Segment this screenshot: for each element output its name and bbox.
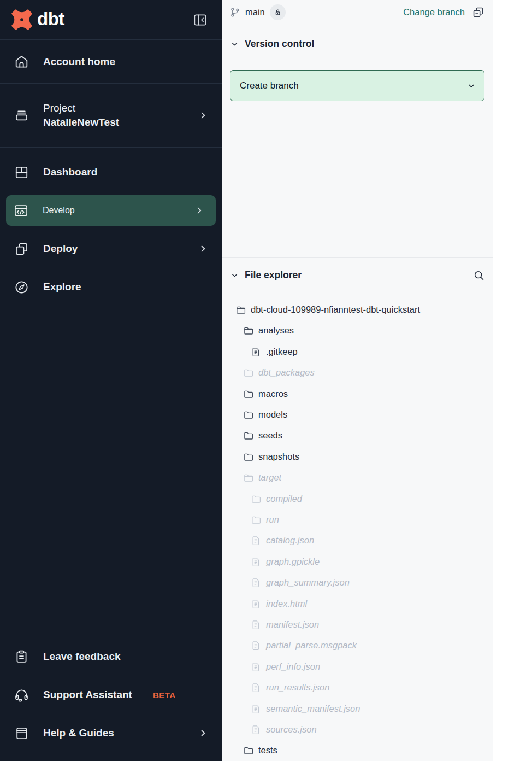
- tree-item-label: tests: [258, 745, 277, 756]
- tree-item-graph.gpickle[interactable]: graph.gpickle: [230, 551, 484, 572]
- headset-icon: [13, 687, 29, 703]
- tree-item-seeds[interactable]: seeds: [230, 425, 484, 446]
- section-title: Version control: [245, 38, 314, 50]
- tree-item-label: target: [258, 472, 281, 483]
- sidebar-item-explore[interactable]: Explore: [0, 268, 222, 306]
- deploy-squares-icon: [13, 241, 29, 257]
- collapse-sidebar-icon[interactable]: [193, 13, 208, 27]
- tree-item-dbt_packages[interactable]: dbt_packages: [230, 362, 484, 383]
- tree-item-tests[interactable]: tests: [230, 740, 484, 761]
- tree-item-label: dbt_packages: [258, 367, 315, 378]
- tree-item-label: compiled: [266, 494, 302, 504]
- tree-item-run[interactable]: run: [230, 509, 484, 530]
- chevron-down-icon[interactable]: [230, 271, 239, 280]
- tree-item-target[interactable]: target: [230, 467, 484, 488]
- tree-item-models[interactable]: models: [230, 404, 484, 425]
- chevron-down-icon[interactable]: [230, 39, 239, 49]
- sidebar-item-support-assistant[interactable]: Support Assistant BETA: [0, 676, 222, 714]
- tree-item-compiled[interactable]: compiled: [230, 488, 484, 509]
- tree-item-label: snapshots: [258, 452, 299, 462]
- tree-item-label: macros: [258, 389, 288, 399]
- file-icon: [251, 662, 261, 672]
- search-icon[interactable]: [473, 270, 484, 281]
- develop-code-window-icon: [13, 203, 29, 219]
- version-control-section: Version control Create branch: [222, 25, 493, 258]
- tree-item-label: semantic_manifest.json: [266, 704, 360, 714]
- sidebar-item-develop[interactable]: Develop: [6, 195, 216, 226]
- sidebar-item-label: Deploy: [43, 243, 78, 255]
- tree-item-graph_summary.json[interactable]: graph_summary.json: [230, 572, 484, 593]
- file-icon: [251, 724, 261, 735]
- current-branch-name: main: [245, 7, 265, 17]
- tree-item-partial_parse.msgpack[interactable]: partial_parse.msgpack: [230, 635, 484, 656]
- sidebar-item-dashboard[interactable]: Dashboard: [0, 153, 222, 191]
- file-icon: [251, 557, 261, 567]
- chevron-down-icon: [466, 81, 476, 91]
- tree-item-run_results.json[interactable]: run_results.json: [230, 677, 484, 698]
- folder-icon: [243, 452, 253, 462]
- folder-open-icon: [243, 325, 253, 336]
- sidebar-item-label: Account home: [43, 56, 115, 68]
- tree-item-perf_info.json[interactable]: perf_info.json: [230, 656, 484, 677]
- dbt-logo[interactable]: dbt: [11, 9, 64, 30]
- project-label: Project: [43, 102, 119, 115]
- tree-item-analyses[interactable]: analyses: [230, 320, 484, 341]
- folder-open-icon: [243, 472, 253, 483]
- tree-item-label: manifest.json: [266, 619, 319, 630]
- tree-item-label: catalog.json: [266, 535, 314, 546]
- chevron-right-icon: [198, 110, 209, 121]
- sidebar-item-label: Explore: [43, 281, 81, 293]
- topbar-actions: Change branch: [403, 6, 484, 19]
- file-icon: [251, 599, 261, 609]
- chevron-right-icon: [194, 205, 205, 216]
- create-branch-dropdown[interactable]: [458, 71, 484, 101]
- sidebar-item-account-home[interactable]: Account home: [0, 40, 222, 84]
- tree-item-label: index.html: [266, 599, 307, 609]
- home-icon: [13, 54, 29, 69]
- project-label-group: Project NatalieNewTest: [43, 102, 119, 129]
- folder-icon: [243, 389, 253, 399]
- file-explorer-header: File explorer: [230, 258, 484, 281]
- section-title: File explorer: [245, 270, 302, 281]
- feedback-clipboard-icon: [13, 649, 29, 665]
- file-icon: [251, 347, 261, 357]
- develop-side-panel: main Change branch Version control: [222, 0, 493, 761]
- change-branch-link[interactable]: Change branch: [403, 7, 465, 17]
- folder-icon: [243, 409, 253, 420]
- tree-item-semantic_manifest.json[interactable]: semantic_manifest.json: [230, 698, 484, 719]
- file-tree: dbt-cloud-109989-nfianntest-dbt-quicksta…: [230, 299, 484, 761]
- file-icon: [251, 704, 261, 714]
- copy-icon[interactable]: [472, 6, 484, 19]
- sidebar-item-deploy[interactable]: Deploy: [0, 230, 222, 268]
- logo-text: dbt: [37, 10, 64, 30]
- project-name: NatalieNewTest: [43, 116, 119, 129]
- tree-item-catalog.json[interactable]: catalog.json: [230, 530, 484, 551]
- sidebar-logo-bar: dbt: [0, 0, 222, 40]
- create-branch-button[interactable]: Create branch: [230, 71, 458, 101]
- sidebar-item-help-guides[interactable]: Help & Guides: [0, 714, 222, 752]
- tree-item-label: .gitkeep: [266, 347, 298, 357]
- sidebar-item-leave-feedback[interactable]: Leave feedback: [0, 637, 222, 676]
- tree-item-macros[interactable]: macros: [230, 383, 484, 404]
- sidebar-item-label: Support Assistant: [43, 689, 132, 701]
- folder-icon: [243, 367, 253, 378]
- sidebar-item-label: Help & Guides: [43, 727, 114, 739]
- file-icon: [251, 640, 261, 651]
- tree-item-index.html[interactable]: index.html: [230, 593, 484, 614]
- sidebar-item-label: Develop: [43, 206, 75, 215]
- tree-item-sources.json[interactable]: sources.json: [230, 719, 484, 740]
- tree-item-label: run: [266, 514, 279, 525]
- tree-item-dbt-cloud-109989-nfianntest-dbt-quickstart[interactable]: dbt-cloud-109989-nfianntest-dbt-quicksta…: [230, 299, 484, 320]
- tree-item-label: models: [258, 409, 287, 420]
- tree-item-.gitkeep[interactable]: .gitkeep: [230, 341, 484, 362]
- tree-item-manifest.json[interactable]: manifest.json: [230, 614, 484, 635]
- tree-item-snapshots[interactable]: snapshots: [230, 446, 484, 467]
- sidebar-item-project[interactable]: Project NatalieNewTest: [0, 84, 222, 148]
- dbt-logo-icon: [11, 9, 32, 30]
- sidebar-item-develop-wrap: Develop: [0, 191, 222, 230]
- sidebar: dbt Account home Proj: [0, 0, 222, 761]
- tree-item-label: graph_summary.json: [266, 577, 350, 588]
- folder-icon: [243, 430, 253, 441]
- book-icon: [13, 725, 29, 741]
- beta-badge: BETA: [153, 690, 176, 700]
